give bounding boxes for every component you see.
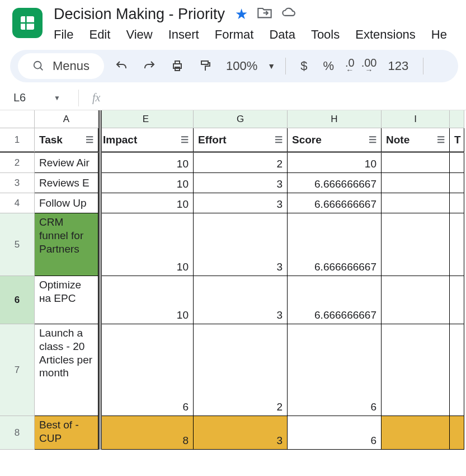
- menu-format[interactable]: Format: [215, 27, 254, 42]
- row-header[interactable]: 2: [0, 153, 35, 173]
- menu-file[interactable]: File: [54, 27, 73, 42]
- column-header-I[interactable]: I: [382, 110, 450, 128]
- column-header-G[interactable]: G: [194, 110, 288, 128]
- spreadsheet-grid[interactable]: A E G H I 1 Task☰ Impact☰ Effort☰ Score☰…: [0, 110, 466, 450]
- name-box[interactable]: L6 ▼: [9, 89, 65, 106]
- filter-icon[interactable]: ☰: [272, 134, 283, 145]
- star-icon[interactable]: ★: [235, 6, 248, 23]
- cell-A6[interactable]: Optimize на EPC: [35, 276, 98, 324]
- number-format-123-button[interactable]: 123: [384, 59, 413, 73]
- row-header[interactable]: 7: [0, 324, 35, 416]
- menu-view[interactable]: View: [126, 27, 152, 42]
- cell-G5[interactable]: 3: [194, 213, 288, 276]
- cell-H4[interactable]: 6.666666667: [288, 193, 382, 213]
- paint-format-button[interactable]: [195, 55, 216, 77]
- doc-title[interactable]: Decision Making - Priority: [54, 6, 225, 23]
- format-percent-button[interactable]: %: [318, 59, 338, 73]
- cell-A3[interactable]: Reviews E: [35, 173, 98, 193]
- cell-J8[interactable]: [450, 416, 464, 450]
- cell-E2[interactable]: 10: [98, 153, 194, 173]
- cell-J5[interactable]: [450, 213, 464, 276]
- cell-G2[interactable]: 2: [194, 153, 288, 173]
- cell-E1[interactable]: Impact☰: [98, 128, 194, 153]
- cell-G3[interactable]: 3: [194, 173, 288, 193]
- cell-H7[interactable]: 6: [288, 324, 382, 416]
- cell-I8[interactable]: [382, 416, 450, 450]
- cell-A8[interactable]: Best of - CUP: [35, 416, 98, 450]
- cell-E7[interactable]: 6: [98, 324, 194, 416]
- row-header[interactable]: 3: [0, 173, 35, 193]
- cell-A7[interactable]: Launch a class - 20 Articles per month: [35, 324, 98, 416]
- column-headers: A E G H I: [0, 110, 466, 128]
- filter-icon[interactable]: ☰: [435, 134, 445, 145]
- cell-J2[interactable]: [450, 153, 464, 173]
- cell-E8[interactable]: 8: [98, 416, 194, 450]
- cell-E4[interactable]: 10: [98, 193, 194, 213]
- cell-G8[interactable]: 3: [194, 416, 288, 450]
- undo-button[interactable]: [111, 55, 132, 77]
- cell-I4[interactable]: [382, 193, 450, 213]
- cell-J1[interactable]: T: [450, 128, 464, 153]
- menu-help[interactable]: He: [431, 27, 447, 42]
- cell-G4[interactable]: 3: [194, 193, 288, 213]
- cell-H2[interactable]: 10: [288, 153, 382, 173]
- menu-bar: File Edit View Insert Format Data Tools …: [54, 23, 447, 50]
- menu-data[interactable]: Data: [269, 27, 295, 42]
- cell-J6[interactable]: [450, 276, 464, 324]
- move-to-folder-icon[interactable]: [257, 6, 272, 23]
- menu-tools[interactable]: Tools: [311, 27, 340, 42]
- menu-edit[interactable]: Edit: [89, 27, 110, 42]
- cell-H6[interactable]: 6.666666667: [288, 276, 382, 324]
- row-header[interactable]: 8: [0, 416, 35, 450]
- cell-I7[interactable]: [382, 324, 450, 416]
- cell-I2[interactable]: [382, 153, 450, 173]
- cell-E3[interactable]: 10: [98, 173, 194, 193]
- cell-I6[interactable]: [382, 276, 450, 324]
- column-header-J[interactable]: [450, 110, 464, 128]
- menus-search[interactable]: Menus: [18, 53, 104, 79]
- row-header[interactable]: 4: [0, 193, 35, 213]
- cell-A4[interactable]: Follow Up: [35, 193, 98, 213]
- row-header[interactable]: 1: [0, 128, 35, 153]
- column-header-H[interactable]: H: [288, 110, 382, 128]
- column-header-E[interactable]: E: [98, 110, 194, 128]
- menu-insert[interactable]: Insert: [168, 27, 199, 42]
- cell-A5[interactable]: CRM funnel for Partners: [35, 213, 98, 276]
- redo-button[interactable]: [139, 55, 160, 77]
- column-header-A[interactable]: A: [35, 110, 98, 128]
- cell-H1[interactable]: Score☰: [288, 128, 382, 153]
- cell-E5[interactable]: 10: [98, 213, 194, 276]
- decrease-decimal-button[interactable]: .0←: [345, 55, 355, 77]
- chevron-down-icon: ▼: [54, 94, 60, 102]
- cell-H3[interactable]: 6.666666667: [288, 173, 382, 193]
- sheets-logo[interactable]: [12, 8, 43, 38]
- cell-J7[interactable]: [450, 324, 464, 416]
- cell-I3[interactable]: [382, 173, 450, 193]
- cell-A2[interactable]: Review Air: [35, 153, 98, 173]
- svg-rect-6: [175, 61, 180, 64]
- zoom-level[interactable]: 100%: [226, 59, 257, 73]
- cell-I1[interactable]: Note☰: [382, 128, 450, 153]
- print-button[interactable]: [167, 55, 188, 77]
- zoom-dropdown-icon[interactable]: ▼: [267, 62, 275, 71]
- cloud-status-icon[interactable]: [281, 6, 297, 23]
- filter-icon[interactable]: ☰: [366, 134, 376, 145]
- cell-G7[interactable]: 2: [194, 324, 288, 416]
- cell-I5[interactable]: [382, 213, 450, 276]
- filter-icon[interactable]: ☰: [83, 134, 93, 145]
- row-header[interactable]: 5: [0, 213, 35, 276]
- format-currency-button[interactable]: $: [296, 59, 312, 73]
- cell-H5[interactable]: 6.666666667: [288, 213, 382, 276]
- cell-J3[interactable]: [450, 173, 464, 193]
- cell-G6[interactable]: 3: [194, 276, 288, 324]
- cell-H8[interactable]: 6: [288, 416, 382, 450]
- cell-G1[interactable]: Effort☰: [194, 128, 288, 153]
- cell-J4[interactable]: [450, 193, 464, 213]
- row-header[interactable]: 6: [0, 276, 35, 324]
- menu-extensions[interactable]: Extensions: [355, 27, 416, 42]
- increase-decimal-button[interactable]: .00→: [361, 55, 377, 77]
- filter-icon[interactable]: ☰: [178, 134, 189, 145]
- cell-E6[interactable]: 10: [98, 276, 194, 324]
- cell-A1[interactable]: Task☰: [35, 128, 98, 153]
- select-all-corner[interactable]: [0, 110, 35, 128]
